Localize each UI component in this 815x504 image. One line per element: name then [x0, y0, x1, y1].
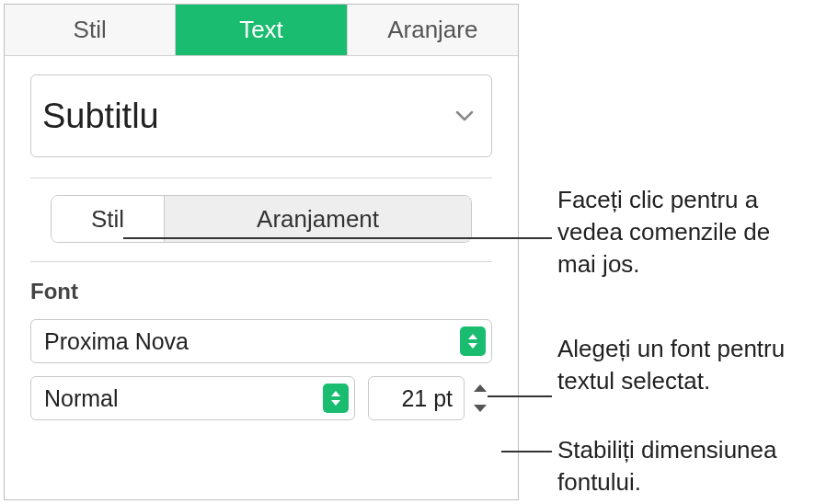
tab-aranjare[interactable]: Aranjare	[348, 5, 518, 55]
svg-marker-2	[331, 391, 340, 396]
stepper-down-button[interactable]	[468, 398, 492, 418]
subtab-stil-label: Stil	[91, 205, 124, 234]
paragraph-style-popup[interactable]: Subtitlu	[30, 74, 492, 157]
font-section-label: Font	[30, 279, 492, 304]
paragraph-style-label: Subtitlu	[42, 97, 159, 136]
tab-stil[interactable]: Stil	[5, 5, 176, 55]
format-inspector-panel: Stil Text Aranjare Subtitlu Stil Aranjam…	[4, 4, 519, 500]
tab-text[interactable]: Text	[176, 5, 347, 55]
svg-marker-0	[468, 334, 477, 339]
divider	[30, 178, 492, 178]
font-style-value: Normal	[44, 385, 119, 412]
subtab-stil[interactable]: Stil	[52, 196, 165, 242]
font-size-value: 21 pt	[401, 385, 453, 412]
tab-stil-label: Stil	[74, 16, 107, 44]
svg-marker-4	[474, 384, 487, 392]
svg-marker-5	[474, 405, 487, 412]
tab-text-label: Text	[239, 16, 283, 44]
chevron-down-icon	[454, 109, 475, 122]
updown-arrows-icon	[323, 384, 349, 413]
svg-marker-1	[468, 343, 477, 349]
font-family-popup[interactable]: Proxima Nova	[30, 319, 492, 363]
font-size-control: 21 pt	[368, 376, 492, 420]
callout-text-2: Alegeți un font pentru textul selectat.	[557, 333, 815, 397]
divider	[30, 261, 492, 262]
tab-aranjare-label: Aranjare	[387, 16, 477, 44]
callout-text-1: Faceți clic pentru a vedea comenzile de …	[557, 184, 815, 281]
top-tab-bar: Stil Text Aranjare	[5, 5, 518, 56]
font-size-field[interactable]: 21 pt	[368, 376, 465, 420]
font-size-stepper	[468, 376, 492, 420]
subtab-aranjament-label: Aranjament	[257, 205, 379, 234]
svg-marker-3	[331, 400, 340, 406]
font-style-popup[interactable]: Normal	[30, 376, 355, 420]
callout-leader	[123, 237, 552, 239]
updown-arrows-icon	[460, 326, 486, 356]
font-family-value: Proxima Nova	[44, 328, 189, 355]
text-subtab-segmented: Stil Aranjament	[51, 195, 472, 243]
callout-text-3: Stabiliți dimensiunea fontului.	[557, 434, 815, 498]
callouts-region: Faceți clic pentru a vedea comenzile de …	[530, 0, 815, 504]
subtab-aranjament[interactable]: Aranjament	[165, 196, 471, 242]
